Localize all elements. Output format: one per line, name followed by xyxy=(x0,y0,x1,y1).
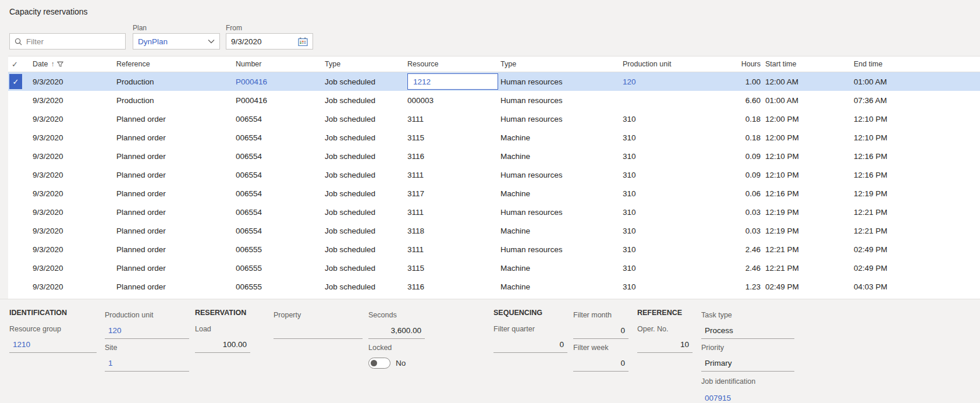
cell-resource[interactable]: 1212 xyxy=(407,73,500,90)
cell-hours[interactable]: 1.00 xyxy=(733,77,761,86)
column-header-reference[interactable]: Reference xyxy=(116,60,236,68)
cell-resource-type[interactable]: Human resources xyxy=(500,171,623,179)
cell-reference[interactable]: Planned order xyxy=(116,115,236,123)
cell-end-time[interactable]: 12:19 PM xyxy=(849,189,980,198)
cell-date[interactable]: 9/3/2020 xyxy=(33,171,116,179)
cell-start-time[interactable]: 12:00 PM xyxy=(761,115,849,123)
resource-edit-input[interactable]: 1212 xyxy=(407,73,498,90)
task-type-value[interactable]: Process xyxy=(701,326,794,339)
cell-resource[interactable]: 3111 xyxy=(407,245,500,254)
oper-no-value[interactable]: 10 xyxy=(637,340,693,353)
cell-start-time[interactable]: 12:00 AM xyxy=(761,77,849,86)
cell-start-time[interactable]: 12:10 PM xyxy=(761,152,849,161)
cell-end-time[interactable]: 04:03 PM xyxy=(849,282,980,291)
column-header-resource[interactable]: Resource xyxy=(407,60,500,68)
table-row[interactable]: 9/3/2020Planned order006555Job scheduled… xyxy=(8,277,980,296)
cell-production-unit[interactable]: 310 xyxy=(623,282,733,291)
cell-reference[interactable]: Production xyxy=(116,77,236,86)
cell-type[interactable]: Job scheduled xyxy=(325,208,407,217)
cell-hours[interactable]: 0.18 xyxy=(733,133,761,142)
seconds-value[interactable]: 3,600.00 xyxy=(368,326,425,339)
cell-type[interactable]: Job scheduled xyxy=(325,171,407,179)
cell-start-time[interactable]: 12:19 PM xyxy=(761,208,849,217)
table-row[interactable]: 9/3/2020Planned order006554Job scheduled… xyxy=(8,203,980,221)
cell-number[interactable]: 006554 xyxy=(236,189,325,198)
cell-resource[interactable]: 3118 xyxy=(407,227,500,235)
cell-end-time[interactable]: 12:16 PM xyxy=(849,152,980,161)
cell-date[interactable]: 9/3/2020 xyxy=(33,96,116,105)
filter-week-value[interactable]: 0 xyxy=(573,359,629,372)
locked-toggle[interactable] xyxy=(368,358,390,369)
cell-reference[interactable]: Planned order xyxy=(116,208,236,217)
cell-type[interactable]: Job scheduled xyxy=(325,264,407,273)
cell-resource[interactable]: 3111 xyxy=(407,171,500,179)
cell-resource[interactable]: 3111 xyxy=(407,115,500,123)
column-header-hours[interactable]: Hours xyxy=(733,60,761,68)
cell-production-unit[interactable]: 120 xyxy=(623,77,733,86)
cell-start-time[interactable]: 12:10 PM xyxy=(761,171,849,179)
cell-production-unit[interactable]: 310 xyxy=(623,115,733,123)
table-row[interactable]: 9/3/2020Planned order006554Job scheduled… xyxy=(8,128,980,147)
cell-reference[interactable]: Planned order xyxy=(116,264,236,273)
column-header-type[interactable]: Type xyxy=(325,60,407,68)
cell-resource[interactable]: 3116 xyxy=(407,152,500,161)
cell-number[interactable]: 006555 xyxy=(236,264,325,273)
cell-resource-type[interactable]: Machine xyxy=(500,152,623,161)
search-input[interactable]: Filter xyxy=(9,33,126,50)
cell-start-time[interactable]: 01:00 AM xyxy=(761,96,849,105)
cell-reference[interactable]: Planned order xyxy=(116,152,236,161)
cell-reference[interactable]: Planned order xyxy=(116,282,236,291)
filter-icon[interactable] xyxy=(57,61,63,68)
cell-type[interactable]: Job scheduled xyxy=(325,227,407,235)
load-value[interactable]: 100.00 xyxy=(195,340,250,353)
filter-month-value[interactable]: 0 xyxy=(573,326,629,339)
cell-date[interactable]: 9/3/2020 xyxy=(33,264,116,273)
table-row[interactable]: 9/3/2020Planned order006555Job scheduled… xyxy=(8,240,980,259)
table-row[interactable]: 9/3/2020Planned order006554Job scheduled… xyxy=(8,184,980,203)
cell-production-unit[interactable]: 310 xyxy=(623,245,733,254)
cell-reference[interactable]: Planned order xyxy=(116,227,236,235)
column-header-start-time[interactable]: Start time xyxy=(761,60,849,68)
cell-date[interactable]: 9/3/2020 xyxy=(33,208,116,217)
cell-production-unit[interactable]: 310 xyxy=(623,264,733,273)
cell-start-time[interactable]: 12:00 PM xyxy=(761,133,849,142)
cell-hours[interactable]: 2.46 xyxy=(733,245,761,254)
cell-start-time[interactable]: 12:16 PM xyxy=(761,189,849,198)
cell-reference[interactable]: Production xyxy=(116,96,236,105)
filter-quarter-value[interactable]: 0 xyxy=(493,340,567,353)
cell-number[interactable]: 006554 xyxy=(236,227,325,235)
column-header-date[interactable]: Date ↑ xyxy=(33,60,116,68)
column-header-end-time[interactable]: End time xyxy=(849,60,980,68)
cell-hours[interactable]: 0.03 xyxy=(733,227,761,235)
table-row[interactable]: ✓9/3/2020ProductionP000416Job scheduled1… xyxy=(8,72,980,91)
cell-end-time[interactable]: 07:36 AM xyxy=(849,96,980,105)
cell-type[interactable]: Job scheduled xyxy=(325,77,407,86)
plan-select[interactable]: DynPlan xyxy=(133,33,220,50)
cell-resource[interactable]: 3116 xyxy=(407,282,500,291)
cell-end-time[interactable]: 12:10 PM xyxy=(849,133,980,142)
cell-number[interactable]: P000416 xyxy=(236,77,325,86)
chevron-down-icon[interactable] xyxy=(208,39,215,44)
row-checkbox[interactable]: ✓ xyxy=(9,74,33,89)
table-row[interactable]: 9/3/2020Planned order006554Job scheduled… xyxy=(8,109,980,128)
cell-date[interactable]: 9/3/2020 xyxy=(33,245,116,254)
cell-hours[interactable]: 0.09 xyxy=(733,152,761,161)
cell-number[interactable]: 006555 xyxy=(236,245,325,254)
table-row[interactable]: 9/3/2020Planned order006554Job scheduled… xyxy=(8,147,980,165)
cell-type[interactable]: Job scheduled xyxy=(325,189,407,198)
cell-hours[interactable]: 0.18 xyxy=(733,115,761,123)
site-value[interactable]: 1 xyxy=(105,359,189,372)
job-identification-value[interactable]: 007915 xyxy=(701,394,794,403)
cell-number[interactable]: 006554 xyxy=(236,171,325,179)
cell-type[interactable]: Job scheduled xyxy=(325,282,407,291)
cell-hours[interactable]: 0.09 xyxy=(733,171,761,179)
table-row[interactable]: 9/3/2020Planned order006554Job scheduled… xyxy=(8,165,980,184)
cell-reference[interactable]: Planned order xyxy=(116,189,236,198)
cell-end-time[interactable]: 02:49 PM xyxy=(849,264,980,273)
cell-resource-type[interactable]: Machine xyxy=(500,189,623,198)
cell-production-unit[interactable]: 310 xyxy=(623,171,733,179)
cell-end-time[interactable]: 12:10 PM xyxy=(849,115,980,123)
cell-date[interactable]: 9/3/2020 xyxy=(33,133,116,142)
cell-hours[interactable]: 0.06 xyxy=(733,189,761,198)
cell-resource-type[interactable]: Machine xyxy=(500,282,623,291)
